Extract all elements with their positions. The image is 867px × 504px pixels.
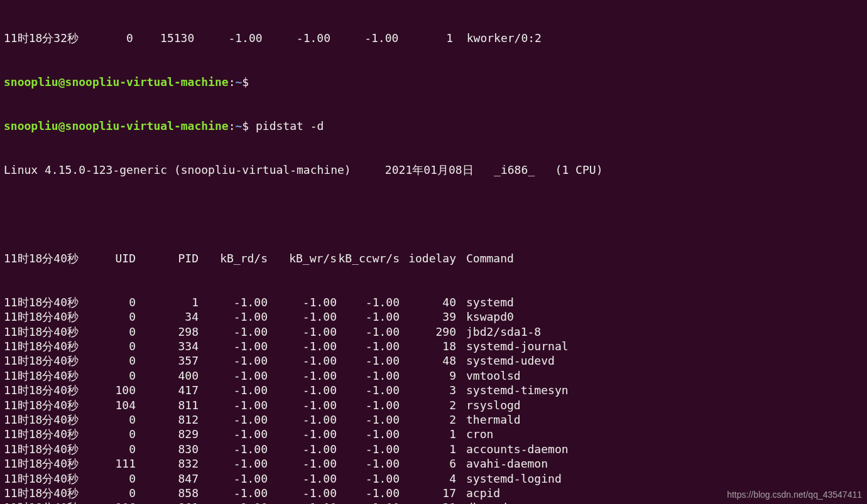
command-text: pidstat -d [256,119,324,132]
cell-kb-wr: -1.00 [268,339,337,353]
cell-kb-rd: -1.00 [199,368,268,383]
cell-command: systemd [456,295,514,309]
cell-kb-ccwr: -1.00 [337,486,400,500]
prompt-dollar: $ [242,119,249,132]
cell-iodelay: 1 [400,442,456,456]
cell-pid: 829 [136,427,199,441]
prompt-colon: : [229,75,236,88]
prompt-path: ~ [235,119,242,132]
table-header-row: 11时18分40秒UIDPIDkB_rd/skB_wr/skB_ccwr/sio… [4,251,863,265]
cell-pid: 417 [136,383,199,397]
cell-time: 11时18分40秒 [4,500,92,504]
cell-iodelay: 21 [400,500,456,504]
col-header-kb-rd: kB_rd/s [199,251,268,265]
cell-command: systemd-timesyn [456,383,569,397]
cell-kb-wr: -1.00 [268,324,337,339]
cell-kb-wr: -1.00 [268,295,337,309]
cell-uid: 0 [92,353,136,368]
table-row: 11时18分40秒0334-1.00-1.00-1.0018systemd-jo… [4,339,863,353]
cell-iodelay: 2 [400,398,456,412]
terminal-output[interactable]: 11时18分32秒 0 15130 -1.00 -1.00 -1.00 1 kw… [0,0,867,504]
cell-time: 11时18分40秒 [4,412,92,427]
cell-command: acpid [456,486,500,500]
cell-kb-wr: -1.00 [268,412,337,427]
cell-pid: 298 [136,324,199,339]
cell-pid: 861 [136,500,199,504]
col-header-command: Command [456,251,514,265]
cell-iodelay: 9 [400,368,456,383]
cell-time: 11时18分40秒 [4,442,92,456]
cell-kb-ccwr: -1.00 [337,412,400,427]
table-row: 11时18分40秒106861-1.00-1.00-1.0021dbus-dae… [4,500,863,504]
cell-command: thermald [456,412,521,427]
cell-kb-ccwr: -1.00 [337,324,400,339]
cell-pid: 1 [136,295,199,309]
cell-iodelay: 2 [400,412,456,427]
cell-time: 11时18分40秒 [4,398,92,412]
table-row: 11时18分40秒0400-1.00-1.00-1.009vmtoolsd [4,368,863,383]
table-row: 11时18分40秒111832-1.00-1.00-1.006avahi-dae… [4,456,863,471]
cell-command: avahi-daemon [456,456,548,471]
cell-kb-rd: -1.00 [199,295,268,309]
cell-kb-rd: -1.00 [199,442,268,456]
cell-time: 11时18分40秒 [4,339,92,353]
cell-kb-wr: -1.00 [268,398,337,412]
cell-pid: 830 [136,442,199,456]
table-row: 11时18分40秒0847-1.00-1.00-1.004systemd-log… [4,471,863,486]
cell-command: kswapd0 [456,309,514,324]
cell-command: jbd2/sda1-8 [456,324,541,339]
cell-kb-ccwr: -1.00 [337,309,400,324]
scrollback-fragment: 11时18分32秒 0 15130 -1.00 -1.00 -1.00 1 kw… [4,31,863,45]
cell-kb-ccwr: -1.00 [337,295,400,309]
cell-uid: 0 [92,427,136,441]
prompt-path: ~ [235,75,242,88]
prompt-host: snoopliu-virtual-machine [65,75,229,88]
cell-uid: 100 [92,383,136,397]
cell-kb-wr: -1.00 [268,427,337,441]
cell-kb-wr: -1.00 [268,309,337,324]
table-body: 11时18分40秒01-1.00-1.00-1.0040systemd11时18… [4,295,863,504]
cell-kb-wr: -1.00 [268,383,337,397]
table-row: 11时18分40秒0357-1.00-1.00-1.0048systemd-ud… [4,353,863,368]
prompt-host: snoopliu-virtual-machine [65,119,229,132]
cell-pid: 832 [136,456,199,471]
prompt-dollar: $ [242,75,249,88]
cell-pid: 847 [136,471,199,486]
cell-uid: 0 [92,486,136,500]
cell-kb-ccwr: -1.00 [337,383,400,397]
table-row: 11时18分40秒100417-1.00-1.00-1.003systemd-t… [4,383,863,397]
col-header-pid: PID [136,251,199,265]
cell-iodelay: 18 [400,339,456,353]
cell-iodelay: 39 [400,309,456,324]
cell-command: dbus-daemon [456,500,541,504]
cell-pid: 811 [136,398,199,412]
cell-kb-rd: -1.00 [199,412,268,427]
watermark-text: https://blog.csdn.net/qq_43547411 [727,489,862,500]
table-row: 11时18分40秒0829-1.00-1.00-1.001cron [4,427,863,441]
table-row: 11时18分40秒0812-1.00-1.00-1.002thermald [4,412,863,427]
cell-kb-wr: -1.00 [268,442,337,456]
cell-time: 11时18分40秒 [4,486,92,500]
prompt-user: snoopliu [4,119,58,132]
cell-kb-rd: -1.00 [199,471,268,486]
cell-pid: 34 [136,309,199,324]
cell-kb-ccwr: -1.00 [337,456,400,471]
cell-iodelay: 48 [400,353,456,368]
cell-uid: 0 [92,368,136,383]
system-info-line: Linux 4.15.0-123-generic (snoopliu-virtu… [4,163,863,177]
cell-time: 11时18分40秒 [4,471,92,486]
cell-pid: 812 [136,412,199,427]
cell-time: 11时18分40秒 [4,383,92,397]
cell-iodelay: 17 [400,486,456,500]
cell-uid: 104 [92,398,136,412]
col-header-time: 11时18分40秒 [4,251,92,265]
cell-command: systemd-logind [456,471,562,486]
col-header-kb-wr: kB_wr/s [268,251,337,265]
cell-kb-rd: -1.00 [199,427,268,441]
cell-iodelay: 4 [400,471,456,486]
cell-command: systemd-journal [456,339,569,353]
blank-line [4,206,863,221]
table-row: 11时18分40秒0298-1.00-1.00-1.00290jbd2/sda1… [4,324,863,339]
cell-uid: 0 [92,309,136,324]
cell-kb-wr: -1.00 [268,500,337,504]
